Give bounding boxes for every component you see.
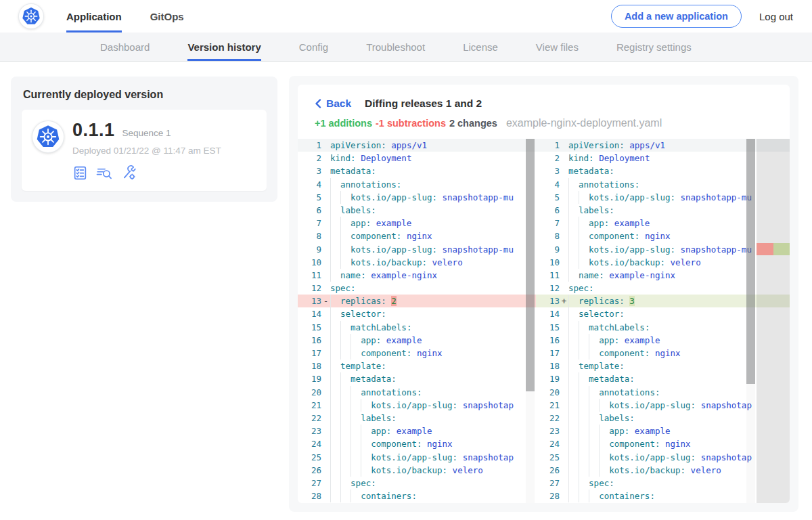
diff-line: 4annotations: xyxy=(298,178,536,191)
diff-line: 9kots.io/app-slug:snapshotapp-mu xyxy=(298,243,536,256)
additions-count: +1 additions xyxy=(315,118,372,129)
diff-line: 20annotations: xyxy=(298,386,536,399)
diff-line: 11name:example-nginx xyxy=(298,269,536,282)
diff-line: 17component:nginx xyxy=(298,347,536,360)
top-tabs: Application GitOps xyxy=(66,0,184,32)
view-logs-icon[interactable] xyxy=(95,165,113,181)
diff-card: Back Diffing releases 1 and 2 +1 additio… xyxy=(298,85,790,503)
add-application-button[interactable]: Add a new application xyxy=(611,5,742,28)
deployed-version-tile: 0.1.1 Sequence 1 Deployed 01/21/22 @ 11:… xyxy=(22,110,267,191)
diff-line: 27spec: xyxy=(298,477,536,490)
diff-line: 26kots.io/backup:velero xyxy=(298,464,536,477)
chevron-left-icon xyxy=(315,99,321,108)
kubernetes-logo-icon xyxy=(19,4,43,28)
deployed-sequence-label: Sequence 1 xyxy=(122,128,171,138)
subnav-troubleshoot[interactable]: Troubleshoot xyxy=(366,32,425,61)
diff-line: 7app:example xyxy=(298,217,536,230)
diff-line: 12spec: xyxy=(298,282,536,295)
subtractions-count: -1 subtractions xyxy=(376,118,446,129)
diff-overview-ruler xyxy=(757,139,790,503)
changes-count: 2 changes xyxy=(449,118,497,129)
tab-gitops[interactable]: GitOps xyxy=(150,0,184,32)
diff-section-wrapper: Back Diffing releases 1 and 2 +1 additio… xyxy=(289,76,798,512)
deployed-version-number: 0.1.1 xyxy=(72,120,115,141)
diff-editor-original[interactable]: 1apiVersion:apps/v12kind:Deployment3meta… xyxy=(298,139,536,503)
currently-deployed-card: Currently deployed version 0.1.1 Sequenc… xyxy=(11,77,277,202)
release-notes-icon[interactable] xyxy=(72,165,88,181)
diff-line: 10kots.io/backup:velero xyxy=(298,256,536,269)
diff-editor-modified[interactable]: 1apiVersion:apps/v12kind:Deployment3meta… xyxy=(536,139,790,503)
scrollbar-thumb[interactable] xyxy=(746,139,755,384)
subnav-version-history[interactable]: Version history xyxy=(187,32,261,61)
diff-line: 8component:nginx xyxy=(298,230,536,242)
diff-line: 15matchLabels: xyxy=(298,321,536,334)
diff-line: 14selector: xyxy=(298,307,536,320)
app-logo xyxy=(0,0,66,32)
diff-line: 3metadata: xyxy=(298,165,536,177)
diff-line: 25kots.io/app-slug:snapshotap xyxy=(298,451,536,464)
diff-editors: 1apiVersion:apps/v12kind:Deployment3meta… xyxy=(298,139,790,503)
deployed-card-title: Currently deployed version xyxy=(23,89,265,101)
back-link[interactable]: Back xyxy=(315,98,351,110)
subnav-registry-settings[interactable]: Registry settings xyxy=(616,32,692,61)
subnav-dashboard[interactable]: Dashboard xyxy=(100,32,150,61)
tab-application[interactable]: Application xyxy=(66,0,122,32)
diff-line: 23app:example xyxy=(298,425,536,437)
subnav-config[interactable]: Config xyxy=(299,32,328,61)
diff-title: Diffing releases 1 and 2 xyxy=(365,98,482,110)
app-subnav: Dashboard Version history Config Trouble… xyxy=(0,32,812,62)
subnav-license[interactable]: License xyxy=(463,32,498,61)
diff-line: 22labels: xyxy=(298,412,536,425)
ruler-deletion-mark xyxy=(757,243,773,255)
diff-line: 1apiVersion:apps/v1 xyxy=(298,139,536,152)
diff-line: 24component:nginx xyxy=(298,437,536,450)
app-kubernetes-icon xyxy=(32,121,64,152)
diff-line: 6labels: xyxy=(298,204,536,217)
scrollbar-thumb[interactable] xyxy=(526,139,535,391)
diff-line: 28containers: xyxy=(298,490,536,502)
diff-filename: example-nginx-deployment.yaml xyxy=(506,117,662,129)
logout-link[interactable]: Log out xyxy=(759,11,793,22)
configure-icon[interactable] xyxy=(120,165,137,181)
deployed-timestamp: Deployed 01/21/22 @ 11:47 am EST xyxy=(72,146,221,156)
diff-line: 2kind:Deployment xyxy=(298,152,536,165)
diff-line: 16app:example xyxy=(298,334,536,347)
top-navbar: Application GitOps Add a new application… xyxy=(0,0,812,32)
diff-line: 21kots.io/app-slug:snapshotap xyxy=(298,399,536,412)
subnav-view-files[interactable]: View files xyxy=(536,32,579,61)
diff-line: 5kots.io/app-slug:snapshotapp-mu xyxy=(298,191,536,204)
diff-line: 13-replicas:2 xyxy=(298,295,536,307)
diff-line: 19metadata: xyxy=(298,372,536,385)
ruler-addition-mark xyxy=(773,243,790,255)
diff-line: 18template: xyxy=(298,360,536,372)
